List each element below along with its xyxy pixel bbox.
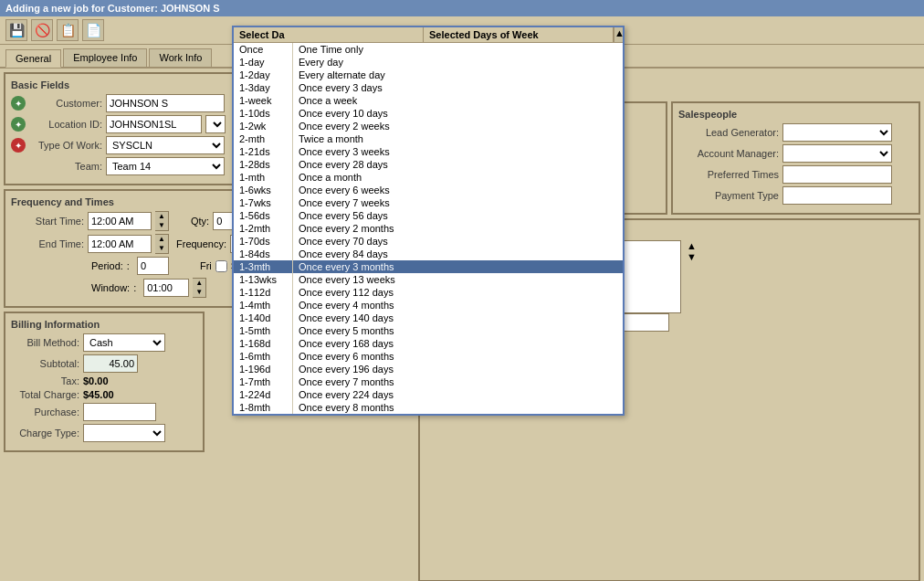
total-label: Total Charge: (11, 389, 79, 400)
tab-employee-info[interactable]: Employee Info (63, 48, 147, 67)
dropdown-desc: Once every 3 days (293, 81, 623, 94)
dropdown-desc: Once every 5 months (293, 324, 623, 337)
dropdown-item[interactable]: 1-70dsOnce every 70 days (234, 235, 623, 248)
dropdown-code: 1-3mth (234, 260, 293, 273)
dropdown-code: 1-day (234, 56, 293, 69)
account-row: Account Manager: (678, 144, 913, 163)
charge-type-select[interactable] (83, 424, 165, 442)
dropdown-desc: One Time only (293, 43, 623, 56)
dropdown-item[interactable]: 1-112dOnce every 112 days (234, 286, 623, 299)
dropdown-code: 1-7wks (234, 196, 293, 209)
dropdown-item[interactable]: 1-10dsOnce every 10 days (234, 107, 623, 120)
payment-row: Payment Type (678, 186, 913, 205)
window-input[interactable] (143, 279, 189, 297)
dropdown-item[interactable]: 1-224dOnce every 224 days (234, 388, 623, 401)
period-input[interactable] (137, 257, 169, 275)
sales-section: Salespeople Lead Generator: Account Mana… (671, 101, 920, 215)
dropdown-item[interactable]: 2-mthTwice a month (234, 132, 623, 145)
end-time-label: End Time: (11, 238, 84, 249)
tax-value: $0.00 (83, 375, 109, 386)
work-type-select[interactable]: SYSCLN (106, 136, 225, 154)
dropdown-desc: Once every 2 months (293, 222, 623, 235)
dropdown-item[interactable]: 1-dayEvery day (234, 56, 623, 69)
tab-work-info[interactable]: Work Info (149, 48, 212, 67)
dropdown-item[interactable]: 1-4mthOnce every 4 months (234, 299, 623, 312)
end-time-input[interactable] (88, 235, 152, 253)
dropdown-item[interactable]: 1-2mthOnce every 2 months (234, 222, 623, 235)
preferred-input[interactable] (782, 165, 892, 184)
end-time-spinner[interactable]: ▲▼ (155, 234, 169, 254)
dropdown-desc: Once every 70 days (293, 235, 623, 248)
dropdown-item[interactable]: 1-5mthOnce every 5 months (234, 324, 623, 337)
title-bar: Adding a new job for Customer: JOHNSON S (0, 0, 924, 16)
dropdown-item[interactable]: 1-2dayEvery alternate day (234, 69, 623, 81)
dropdown-item[interactable]: 1-28dsOnce every 28 days (234, 158, 623, 171)
dropdown-desc: Once every 8 months (293, 401, 623, 414)
fri-checkbox[interactable] (215, 260, 227, 272)
frequency-dropdown[interactable]: Select Da Selected Days of Week ▲ OnceOn… (232, 26, 625, 416)
dropdown-desc: Once every 7 weeks (293, 196, 623, 209)
dropdown-item[interactable]: 1-56dsOnce every 56 days (234, 209, 623, 222)
dropdown-item[interactable]: 1-21dsOnce every 3 weeks (234, 145, 623, 158)
location-select[interactable]: ▼ (205, 115, 226, 133)
location-input[interactable] (106, 115, 202, 133)
team-select[interactable]: Team 14 (106, 157, 225, 175)
window-spinner[interactable]: ▲▼ (193, 278, 206, 298)
scroll-up-btn[interactable]: ▲ (687, 240, 697, 251)
bill-method-select[interactable]: Cash (83, 333, 165, 352)
dropdown-item[interactable]: 1-7mthOnce every 7 months (234, 375, 623, 388)
fri-label: Fri (200, 260, 212, 271)
start-time-input[interactable] (88, 212, 152, 230)
dropdown-desc: Twice a month (293, 132, 623, 145)
dropdown-item[interactable]: 1-196dOnce every 196 days (234, 363, 623, 375)
copy-button[interactable]: 📋 (57, 19, 79, 41)
account-select[interactable] (782, 144, 892, 163)
dropdown-desc: Once every 6 months (293, 350, 623, 363)
dropdown-item[interactable]: 1-8mthOnce every 8 months (234, 401, 623, 414)
period-label: Period: (91, 260, 123, 271)
purchase-row: Purchase: (11, 403, 197, 421)
dropdown-desc: Once every 13 weeks (293, 273, 623, 286)
purchase-label: Purchase: (11, 407, 79, 417)
dropdown-item[interactable]: OnceOne Time only (234, 43, 623, 56)
account-label: Account Manager: (678, 148, 779, 159)
dropdown-code: 1-3day (234, 81, 293, 94)
dropdown-scrollbar-top[interactable]: ▲ (614, 27, 623, 42)
doc-button[interactable]: 📄 (82, 19, 104, 41)
dropdown-item[interactable]: 1-168dOnce every 168 days (234, 337, 623, 350)
dropdown-col1-header: Select Da (234, 27, 424, 42)
dropdown-item[interactable]: 1-7wksOnce every 7 weeks (234, 196, 623, 209)
dropdown-item[interactable]: 1-3mthOnce every 3 months (234, 260, 623, 273)
dropdown-item[interactable]: 1-2wkOnce every 2 weeks (234, 120, 623, 132)
dropdown-item[interactable]: 1-weekOnce a week (234, 94, 623, 107)
dropdown-code: 1-4mth (234, 299, 293, 312)
dropdown-desc: Every day (293, 56, 623, 69)
billing-section: Billing Information Bill Method: Cash Su… (4, 312, 205, 452)
dropdown-desc: Once every 140 days (293, 312, 623, 324)
dropdown-item[interactable]: 1-13wksOnce every 13 weeks (234, 273, 623, 286)
dropdown-item[interactable]: 1-6wksOnce every 6 weeks (234, 184, 623, 196)
dropdown-item[interactable]: 1-6mthOnce every 6 months (234, 350, 623, 363)
cancel-button[interactable]: 🚫 (31, 19, 53, 41)
save-button[interactable]: 💾 (5, 19, 27, 41)
dropdown-item[interactable]: 1-3dayOnce every 3 days (234, 81, 623, 94)
dropdown-code: 1-28ds (234, 158, 293, 171)
lead-select[interactable] (782, 123, 892, 142)
dropdown-item[interactable]: 1-140dOnce every 140 days (234, 312, 623, 324)
dropdown-code: 1-6mth (234, 350, 293, 363)
purchase-input[interactable] (83, 403, 156, 421)
tab-general[interactable]: General (5, 49, 61, 68)
lead-row: Lead Generator: (678, 123, 913, 142)
dropdown-code: 1-84ds (234, 248, 293, 260)
scroll-down-btn[interactable]: ▼ (687, 251, 697, 262)
dropdown-code: 1-week (234, 94, 293, 107)
start-time-spinner[interactable]: ▲▼ (155, 211, 169, 231)
customer-input[interactable] (106, 94, 225, 112)
dropdown-desc: Once every 4 months (293, 299, 623, 312)
subtotal-input[interactable] (83, 354, 138, 373)
payment-input[interactable] (782, 186, 892, 205)
sales-title: Salespeople (678, 109, 913, 120)
dropdown-item[interactable]: 1-84dsOnce every 84 days (234, 248, 623, 260)
dropdown-item[interactable]: 1-mthOnce a month (234, 171, 623, 184)
dropdown-code: 1-21ds (234, 145, 293, 158)
